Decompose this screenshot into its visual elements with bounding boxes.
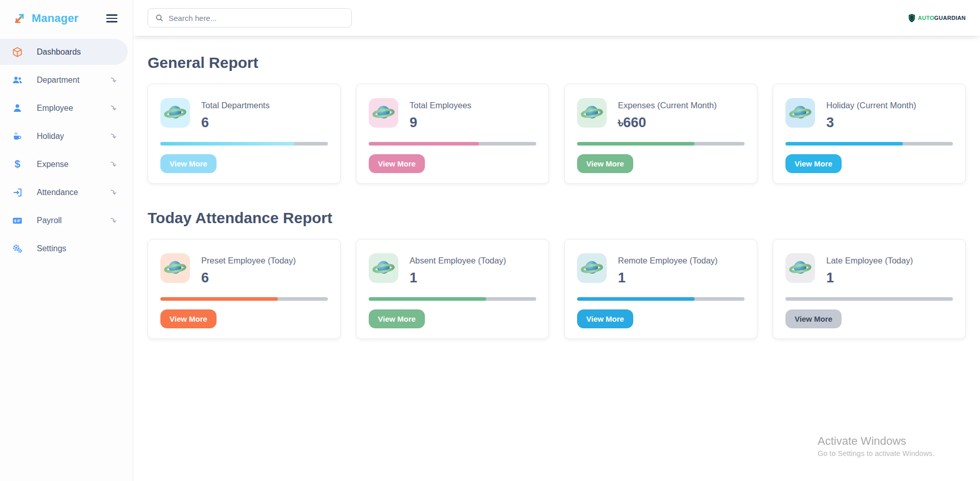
card-preset-employee-today: Preset Employee (Today) 6 View More [148, 239, 341, 339]
today-attendance-cards: Preset Employee (Today) 6 View More [148, 239, 966, 339]
sidebar-item-label: Expense [37, 160, 68, 169]
sidebar-item-label: Attendance [37, 188, 78, 197]
progress-track [160, 297, 328, 301]
sidebar-item-holiday[interactable]: Holiday [0, 123, 133, 149]
card-value: 1 [410, 270, 506, 286]
section-title-general-report: General Report [148, 54, 966, 71]
planet-icon [785, 253, 815, 283]
sidebar-item-label: Settings [37, 244, 66, 253]
sidebar-item-label: Payroll [37, 216, 62, 225]
search-icon [155, 14, 163, 22]
card-title: Absent Employee (Today) [410, 256, 506, 266]
progress-track [577, 142, 745, 146]
progress-fill [160, 142, 294, 146]
card-value: 1 [618, 270, 718, 286]
card-remote-employee-today: Remote Employee (Today) 1 View More [564, 239, 757, 339]
progress-track [577, 297, 745, 301]
view-more-button[interactable]: View More [160, 154, 217, 173]
planet-icon [369, 253, 398, 283]
sidebar-item-expense[interactable]: $ Expense [0, 151, 133, 177]
sidebar-item-settings[interactable]: Settings [0, 235, 133, 261]
user-icon [11, 102, 23, 114]
sidebar-nav: Dashboards Department Empl [0, 39, 133, 261]
card-title: Late Employee (Today) [826, 256, 913, 266]
general-report-cards: Total Departments 6 View More [148, 84, 966, 184]
topbar: AUTOGUARDIAN [133, 0, 980, 36]
progress-track [369, 297, 536, 301]
logo-row: Manager [0, 0, 133, 34]
cube-icon [11, 46, 23, 58]
expand-arrow-icon [109, 217, 116, 224]
card-title: Expenses (Current Month) [618, 101, 717, 110]
planet-icon [785, 98, 815, 128]
card-title: Preset Employee (Today) [201, 256, 296, 266]
planet-icon [369, 98, 398, 128]
users-icon [11, 74, 23, 86]
svg-text:$: $ [14, 219, 17, 223]
progress-fill [577, 142, 695, 146]
progress-fill [160, 297, 278, 301]
card-total-departments: Total Departments 6 View More [148, 84, 341, 184]
section-title-today-attendance-report: Today Attendance Report [148, 209, 966, 227]
view-more-button[interactable]: View More [785, 154, 842, 173]
view-more-button[interactable]: View More [577, 309, 633, 328]
card-title: Total Departments [201, 101, 270, 110]
sidebar-item-label: Department [37, 76, 80, 85]
progress-track [369, 142, 536, 146]
search-box[interactable] [148, 8, 352, 28]
shield-icon [908, 13, 916, 23]
view-more-button[interactable]: View More [160, 309, 217, 328]
card-title: Holiday (Current Month) [826, 101, 916, 110]
sidebar-item-payroll[interactable]: $ Payroll [0, 207, 133, 233]
card-value: 1 [826, 270, 913, 286]
view-more-button[interactable]: View More [369, 154, 425, 173]
card-total-employees: Total Employees 9 View More [356, 84, 549, 184]
planet-icon [160, 98, 190, 128]
sidebar-item-label: Dashboards [37, 47, 81, 57]
main-area: AUTOGUARDIAN General Report [133, 0, 980, 481]
card-holiday-current-month: Holiday (Current Month) 3 View More [773, 84, 966, 184]
partner-logo: AUTOGUARDIAN [908, 13, 966, 23]
card-title: Remote Employee (Today) [618, 256, 718, 266]
card-value: ৳660 [618, 115, 717, 131]
view-more-button[interactable]: View More [785, 309, 842, 328]
sidebar-item-employee[interactable]: Employee [0, 95, 133, 121]
view-more-button[interactable]: View More [369, 309, 425, 328]
sidebar-item-dashboards[interactable]: Dashboards [0, 39, 128, 65]
progress-track [785, 297, 953, 301]
dollar-icon: $ [11, 158, 23, 171]
sidebar-item-label: Employee [37, 104, 73, 113]
progress-fill [577, 297, 695, 301]
card-value: 6 [201, 270, 296, 286]
sign-in-icon [11, 186, 23, 199]
content: General Report [133, 36, 980, 481]
expand-arrow-icon [109, 161, 116, 168]
brand-arrows-icon [12, 11, 27, 26]
hamburger-menu-icon[interactable] [106, 14, 117, 22]
expand-arrow-icon [109, 133, 116, 140]
sidebar-item-department[interactable]: Department [0, 67, 133, 93]
progress-track [785, 142, 953, 146]
brand-name: Manager [32, 12, 106, 25]
card-value: 6 [201, 115, 270, 131]
sidebar: Manager Dashboards Department [0, 0, 133, 481]
progress-fill [369, 142, 479, 146]
view-more-button[interactable]: View More [577, 154, 633, 173]
planet-icon [160, 253, 190, 283]
card-value: 9 [410, 115, 471, 131]
sidebar-item-attendance[interactable]: Attendance [0, 179, 133, 205]
card-absent-employee-today: Absent Employee (Today) 1 View More [356, 239, 549, 339]
gears-icon [11, 243, 23, 255]
card-expenses-current-month: Expenses (Current Month) ৳660 View More [564, 84, 757, 184]
search-input[interactable] [169, 14, 344, 22]
progress-fill [785, 142, 903, 146]
card-title: Total Employees [410, 101, 471, 110]
expand-arrow-icon [109, 189, 116, 196]
coffee-cup-icon [11, 130, 23, 142]
partner-logo-text: AUTOGUARDIAN [918, 15, 966, 21]
card-late-employee-today: Late Employee (Today) 1 View More [773, 239, 966, 339]
sidebar-item-label: Holiday [37, 132, 64, 141]
card-value: 3 [826, 115, 916, 131]
expand-arrow-icon [109, 105, 116, 112]
planet-icon [577, 253, 607, 283]
